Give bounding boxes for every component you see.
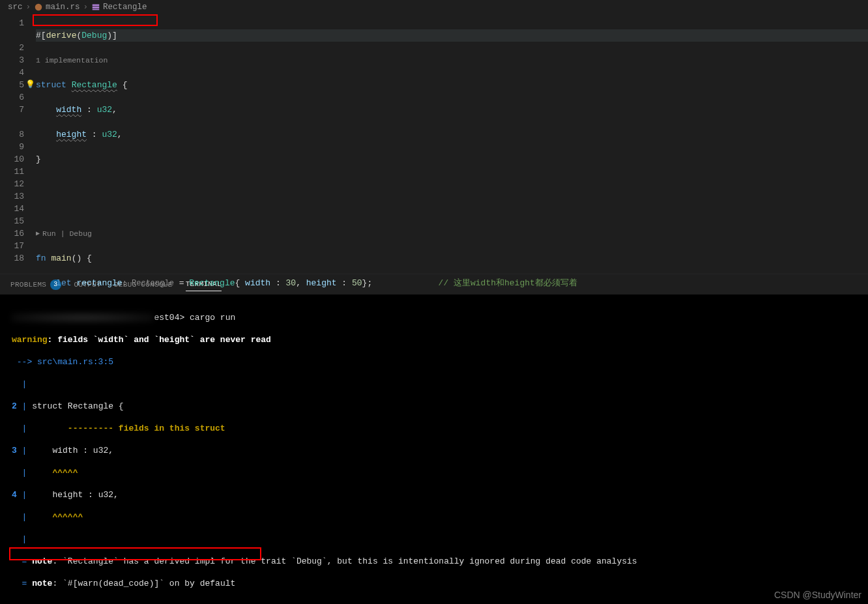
terminal-line: 4 | height : u32,	[12, 489, 856, 500]
breadcrumb-symbol[interactable]: Rectangle	[91, 3, 147, 12]
breadcrumb-file[interactable]: main.rs	[34, 3, 80, 12]
play-icon: ▶	[36, 227, 40, 240]
terminal-panel[interactable]: xxxxxxxxxxxxxxxxxxxxxxxxxxxxest04> cargo…	[0, 295, 868, 604]
code-line-9[interactable]: let rectangle: Rectangle = Rectangle{ wi…	[36, 277, 868, 289]
terminal-line: | --------- fields in this struct	[12, 423, 856, 434]
code-line-5[interactable]: }	[36, 153, 868, 165]
breadcrumb: src › main.rs › Rectangle	[0, 0, 868, 14]
terminal-line	[12, 600, 856, 604]
terminal-line: --> src\main.rs:3:5	[12, 356, 856, 367]
watermark: CSDN @StudyWinter	[774, 590, 861, 600]
code-line-4[interactable]: height : u32,	[36, 128, 868, 141]
codelens-impl[interactable]: 1 implementation	[36, 54, 868, 66]
terminal-line: = note: `Rectangle` has a derived impl f…	[12, 556, 856, 567]
svg-rect-3	[93, 9, 100, 10]
svg-rect-1	[93, 5, 100, 7]
terminal-line: |	[12, 379, 856, 390]
code-content[interactable]: #[derive(Debug)] 1 implementation 💡struc…	[36, 14, 868, 274]
breadcrumb-file-label: main.rs	[46, 3, 80, 12]
terminal-line: | ^^^^^	[12, 467, 856, 478]
code-line-3[interactable]: width : u32,	[36, 104, 868, 116]
terminal-line: | ^^^^^^	[12, 511, 856, 523]
struct-icon	[91, 3, 100, 12]
terminal-line: xxxxxxxxxxxxxxxxxxxxxxxxxxxxest04> cargo…	[12, 312, 856, 323]
code-line-6[interactable]	[36, 178, 868, 190]
code-line-2[interactable]: 💡struct Rectangle {	[36, 79, 868, 91]
code-line-7[interactable]	[36, 203, 868, 215]
code-line-8[interactable]: fn main() {	[36, 252, 868, 265]
code-editor[interactable]: 123456789101112131415161718 #[derive(Deb…	[0, 14, 868, 274]
code-line-1[interactable]: #[derive(Debug)]	[36, 29, 868, 42]
line-gutter: 123456789101112131415161718	[0, 14, 36, 274]
breadcrumb-src[interactable]: src	[8, 3, 23, 12]
terminal-line: warning: fields `width` and `height` are…	[12, 334, 856, 345]
chevron-right-icon: ›	[26, 3, 31, 12]
lightbulb-icon[interactable]: 💡	[25, 79, 35, 91]
rust-file-icon	[34, 3, 43, 12]
terminal-line: = note: `#[warn(dead_code)]` on by defau…	[12, 578, 856, 589]
breadcrumb-symbol-label: Rectangle	[103, 3, 147, 12]
terminal-line: 3 | width : u32,	[12, 445, 856, 456]
svg-point-0	[35, 4, 42, 11]
terminal-line: |	[12, 534, 856, 545]
codelens-run[interactable]: ▶Run | Debug	[36, 227, 868, 240]
terminal-line: 2 | struct Rectangle {	[12, 401, 856, 412]
svg-rect-2	[93, 7, 100, 8]
chevron-right-icon: ›	[83, 3, 89, 12]
